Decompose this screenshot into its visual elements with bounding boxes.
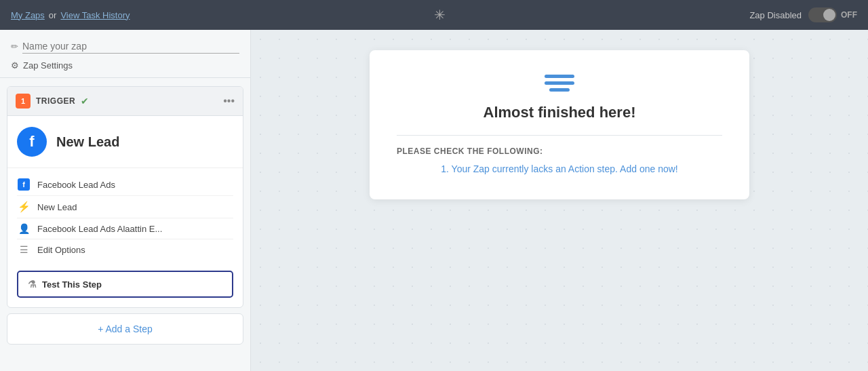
my-zaps-link[interactable]: My Zaps (11, 10, 45, 20)
list-icon: ☰ (20, 244, 28, 255)
trigger-header-left: 1 TRIGGER ✔ (16, 94, 89, 109)
gear-icon: ⚙ (11, 60, 19, 71)
account-label: Facebook Lead Ads Alaattin E... (37, 224, 162, 234)
detail-row-account: 👤 Facebook Lead Ads Alaattin E... (17, 218, 233, 239)
hamburger-line-3 (549, 88, 570, 92)
toggle-knob (823, 9, 835, 21)
detail-row-app: f Facebook Lead Ads (17, 174, 233, 196)
user-icon-container: 👤 (17, 223, 31, 234)
trigger-menu-dots[interactable]: ••• (223, 95, 235, 107)
main-layout: ✏ ⚙ Zap Settings 1 TRIGGER ✔ ••• (0, 30, 868, 371)
view-task-history-link[interactable]: View Task History (60, 10, 130, 20)
content-area: Almost finished here! PLEASE CHECK THE F… (251, 30, 868, 371)
add-step-label: + Add a Step (98, 324, 153, 334)
zap-toggle[interactable]: OFF (808, 7, 857, 22)
options-label: Edit Options (37, 245, 85, 255)
app-label: Facebook Lead Ads (37, 180, 115, 190)
fb-small-icon: f (18, 178, 30, 191)
hamburger-icon-large (397, 75, 722, 92)
zap-status-label: Zap Disabled (749, 10, 802, 20)
test-step-label: Test This Step (42, 279, 102, 290)
trigger-block: 1 TRIGGER ✔ ••• f New Lead f Facebook (7, 86, 243, 308)
toggle-track[interactable] (808, 7, 837, 22)
sidebar-top: ✏ ⚙ Zap Settings (0, 30, 250, 78)
detail-row-event: ⚡ New Lead (17, 196, 233, 218)
action-step-link[interactable]: 1. Your Zap currently lacks an Action st… (441, 163, 677, 174)
pencil-icon: ✏ (11, 41, 18, 52)
trigger-label: TRIGGER (36, 96, 75, 106)
zap-settings-label: Zap Settings (23, 60, 73, 71)
test-step-button[interactable]: ⚗ Test This Step (17, 271, 233, 298)
new-lead-title: New Lead (56, 134, 119, 150)
event-label: New Lead (37, 202, 77, 212)
detail-row-options[interactable]: ☰ Edit Options (17, 239, 233, 260)
trigger-number: 1 (21, 97, 25, 105)
hamburger-line-2 (545, 81, 574, 85)
zap-settings-row[interactable]: ⚙ Zap Settings (11, 60, 239, 71)
list-icon-container: ☰ (17, 244, 31, 255)
trigger-badge: 1 (16, 94, 31, 109)
trigger-check-icon: ✔ (81, 96, 89, 106)
bolt-icon: ⚡ (18, 201, 31, 213)
finish-title: Almost finished here! (397, 104, 722, 121)
hamburger-line-1 (545, 75, 574, 78)
nav-or: or (49, 10, 57, 20)
zap-name-row: ✏ (11, 39, 239, 54)
nav-right: Zap Disabled OFF (749, 7, 857, 22)
user-icon: 👤 (18, 223, 30, 234)
zap-name-input[interactable] (22, 39, 239, 54)
toggle-label: OFF (841, 10, 857, 20)
top-nav: My Zaps or View Task History ✳ Zap Disab… (0, 0, 868, 30)
finish-card: Almost finished here! PLEASE CHECK THE F… (370, 50, 749, 199)
fb-icon-app: f (17, 178, 31, 191)
nav-left: My Zaps or View Task History (11, 10, 130, 20)
nav-center-logo: ✳ (434, 7, 446, 23)
detail-rows: f Facebook Lead Ads ⚡ New Lead 👤 Faceboo… (7, 168, 243, 268)
sidebar: ✏ ⚙ Zap Settings 1 TRIGGER ✔ ••• (0, 30, 251, 371)
trigger-header: 1 TRIGGER ✔ ••• (7, 87, 243, 116)
new-lead-main: f New Lead (7, 116, 243, 168)
add-step-area[interactable]: + Add a Step (7, 313, 243, 345)
flask-icon: ⚗ (28, 279, 37, 290)
finish-divider (397, 135, 722, 136)
bolt-icon-container: ⚡ (17, 201, 31, 213)
facebook-logo-large: f (17, 127, 47, 157)
check-label: PLEASE CHECK THE FOLLOWING: (397, 147, 722, 156)
